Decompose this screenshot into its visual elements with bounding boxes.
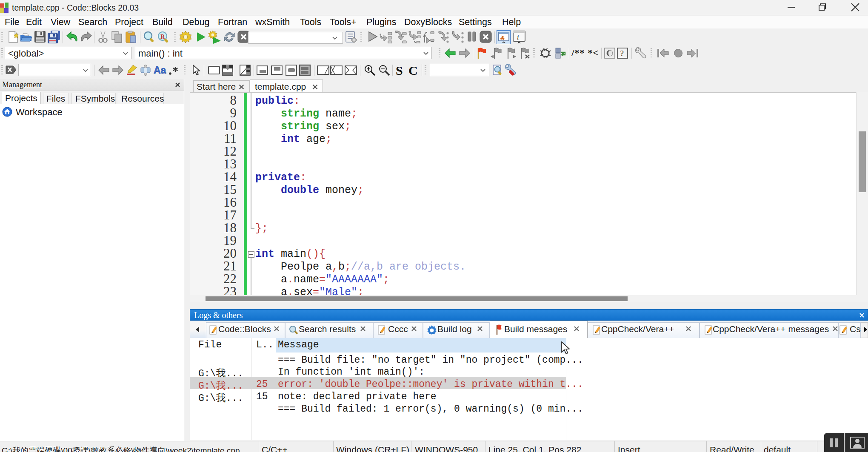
svg-text:i: i	[517, 34, 519, 41]
svg-text:Aa: Aa	[154, 65, 166, 76]
svg-text:R: R	[160, 34, 165, 40]
svg-text:?: ?	[620, 49, 624, 58]
